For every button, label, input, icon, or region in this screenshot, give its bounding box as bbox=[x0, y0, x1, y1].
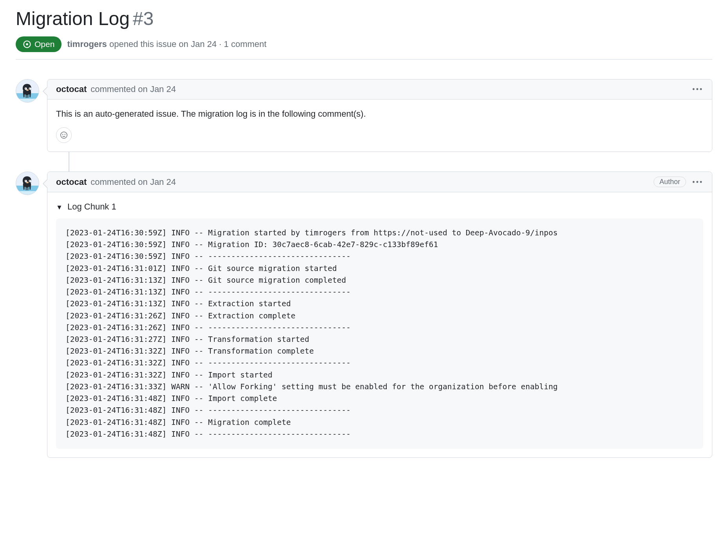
issue-meta: timrogers opened this issue on Jan 24 · … bbox=[67, 39, 266, 49]
add-reaction-button[interactable] bbox=[56, 127, 72, 143]
issue-title-row: Migration Log #3 bbox=[16, 8, 712, 29]
log-code-block: [2023-01-24T16:30:59Z] INFO -- Migration… bbox=[56, 219, 703, 449]
avatar[interactable] bbox=[16, 79, 39, 103]
timeline-item: octocat commented on Jan 24 Author ••• ▼… bbox=[16, 172, 712, 458]
svg-point-4 bbox=[25, 88, 26, 89]
comment-menu-button[interactable]: ••• bbox=[692, 86, 703, 93]
issue-state-label: Open bbox=[34, 40, 54, 49]
comment-box: octocat commented on Jan 24 Author ••• ▼… bbox=[47, 172, 712, 458]
comment-menu-button[interactable]: ••• bbox=[692, 179, 703, 186]
avatar[interactable] bbox=[16, 172, 39, 195]
comment-body-text: This is an auto-generated issue. The mig… bbox=[56, 107, 703, 120]
octocat-icon bbox=[19, 175, 36, 191]
disclosure-triangle-icon: ▼ bbox=[56, 202, 63, 213]
author-badge: Author bbox=[654, 177, 686, 187]
comment-timestamp[interactable]: commented on Jan 24 bbox=[91, 177, 176, 187]
timeline-item: octocat commented on Jan 24 ••• This is … bbox=[16, 79, 712, 152]
details-summary[interactable]: ▼ Log Chunk 1 bbox=[56, 200, 703, 213]
comment-author-link[interactable]: octocat bbox=[56, 177, 87, 187]
issue-number: #3 bbox=[133, 8, 154, 29]
details-title: Log Chunk 1 bbox=[67, 202, 116, 211]
svg-point-5 bbox=[29, 88, 30, 89]
svg-point-1 bbox=[26, 43, 28, 45]
svg-point-8 bbox=[63, 134, 63, 135]
octocat-icon bbox=[19, 83, 36, 99]
issue-opened-text: opened this issue on Jan 24 · 1 comment bbox=[109, 39, 266, 49]
comment-box: octocat commented on Jan 24 ••• This is … bbox=[47, 79, 712, 152]
comment-author-link[interactable]: octocat bbox=[56, 84, 87, 94]
comment-timestamp[interactable]: commented on Jan 24 bbox=[91, 84, 176, 94]
svg-point-12 bbox=[25, 181, 26, 181]
issue-state-badge: Open bbox=[16, 36, 62, 52]
svg-point-13 bbox=[29, 181, 30, 181]
svg-point-14 bbox=[26, 182, 29, 183]
issue-title: Migration Log bbox=[16, 8, 130, 29]
smiley-icon bbox=[60, 131, 68, 139]
issue-opener-link[interactable]: timrogers bbox=[67, 39, 107, 49]
svg-point-7 bbox=[61, 132, 67, 139]
svg-point-9 bbox=[65, 134, 65, 135]
svg-point-6 bbox=[26, 89, 29, 91]
issue-open-icon bbox=[23, 40, 31, 49]
